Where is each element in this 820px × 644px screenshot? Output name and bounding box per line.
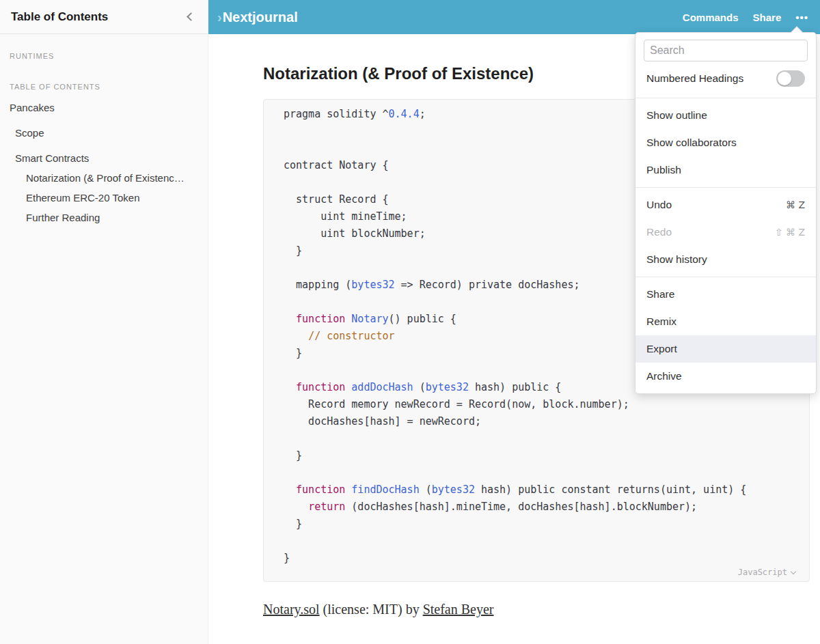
toc-section-label: TABLE OF CONTENTS [0, 83, 208, 91]
collapse-sidebar-icon[interactable] [187, 12, 195, 21]
toc-item[interactable]: Ethereum ERC-20 Token [0, 193, 208, 204]
numbered-headings-label: Numbered Headings [646, 72, 743, 85]
code-caption: Notary.sol (license: MIT) by Stefan Beye… [263, 602, 494, 617]
numbered-headings-toggle[interactable] [776, 70, 805, 87]
caption-text: (license: MIT) by [320, 602, 423, 617]
code-line: docHashes[hash] = newRecord; [284, 413, 795, 430]
menu-item-show-collaborators[interactable]: Show collaborators [636, 129, 816, 156]
code-line: } [284, 550, 795, 567]
menu-item-share[interactable]: Share [636, 281, 816, 308]
caption-link[interactable]: Notary.sol [263, 602, 320, 617]
topbar: › Nextjournal Commands Share ••• [208, 0, 820, 34]
keyboard-shortcut: ⇧ ⌘ Z [775, 227, 805, 238]
menu-item-undo[interactable]: Undo⌘ Z [636, 191, 816, 219]
toc-item[interactable]: Further Reading [0, 212, 208, 223]
commands-button[interactable]: Commands [683, 12, 739, 23]
toggle-knob [778, 72, 791, 85]
toc-item[interactable]: Smart Contracts [0, 153, 208, 164]
code-line [284, 464, 795, 481]
menu-item-label: Remix [646, 316, 676, 328]
code-line: Record memory newRecord = Record(now, bl… [284, 396, 795, 413]
menu-group: ShareRemixExportArchive [636, 277, 816, 393]
more-options-icon[interactable]: ••• [795, 12, 808, 23]
menu-item-show-outline[interactable]: Show outline [636, 102, 816, 129]
topbar-actions: Commands Share ••• [683, 12, 808, 23]
menu-item-remix[interactable]: Remix [636, 308, 816, 335]
nextjournal-logo[interactable]: › Nextjournal [217, 10, 298, 25]
menu-groups: Show outlineShow collaboratorsPublishUnd… [636, 98, 816, 393]
menu-item-redo: Redo⇧ ⌘ Z [636, 219, 816, 246]
menu-header: Numbered Headings [636, 33, 816, 98]
toc-item[interactable]: Notarization (& Proof of Existenc… [0, 173, 208, 184]
code-language-label: JavaScript [738, 568, 787, 577]
page-title: Notarization (& Proof of Existence) [263, 64, 534, 83]
share-button[interactable]: Share [753, 12, 782, 23]
menu-item-label: Publish [646, 164, 681, 176]
menu-item-label: Show collaborators [646, 137, 737, 149]
menu-item-label: Undo [646, 199, 672, 211]
menu-item-label: Share [646, 288, 674, 300]
chevron-down-icon [791, 568, 796, 574]
keyboard-shortcut: ⌘ Z [786, 199, 805, 210]
more-options-menu: Numbered Headings Show outlineShow colla… [635, 32, 817, 394]
logo-chevron-icon: › [217, 10, 222, 25]
menu-item-label: Show history [646, 253, 707, 266]
code-line: } [284, 516, 795, 533]
search-input[interactable] [644, 40, 808, 61]
menu-item-label: Redo [646, 226, 672, 238]
menu-item-label: Export [646, 343, 677, 355]
code-line: return (docHashes[hash].mineTime, docHas… [284, 499, 795, 516]
toc-item[interactable]: Scope [0, 128, 208, 139]
menu-item-show-history[interactable]: Show history [636, 246, 816, 273]
numbered-headings-row: Numbered Headings [644, 61, 808, 95]
menu-item-publish[interactable]: Publish [636, 156, 816, 184]
sidebar: Table of Contents RUNTIMES TABLE OF CONT… [0, 0, 208, 644]
toc-item[interactable]: Pancakes [0, 102, 208, 113]
caption-link[interactable]: Stefan Beyer [423, 602, 494, 617]
logo-text: Nextjournal [223, 10, 298, 25]
sidebar-header: Table of Contents [0, 0, 208, 34]
sidebar-title: Table of Contents [11, 10, 108, 24]
code-line [284, 533, 795, 550]
menu-item-export[interactable]: Export [636, 335, 816, 363]
runtimes-section-label: RUNTIMES [0, 52, 208, 60]
menu-group: Undo⌘ ZRedo⇧ ⌘ ZShow history [636, 188, 816, 277]
menu-item-label: Show outline [646, 109, 707, 122]
toc-list: PancakesScopeSmart ContractsNotarization… [0, 102, 208, 223]
code-language-selector[interactable]: JavaScript [284, 568, 795, 577]
code-line [284, 430, 795, 447]
menu-item-archive[interactable]: Archive [636, 363, 816, 390]
menu-group: Show outlineShow collaboratorsPublish [636, 98, 816, 187]
code-line: function findDocHash (bytes32 hash) publ… [284, 481, 795, 499]
menu-item-label: Archive [646, 370, 682, 382]
code-line: } [284, 447, 795, 464]
